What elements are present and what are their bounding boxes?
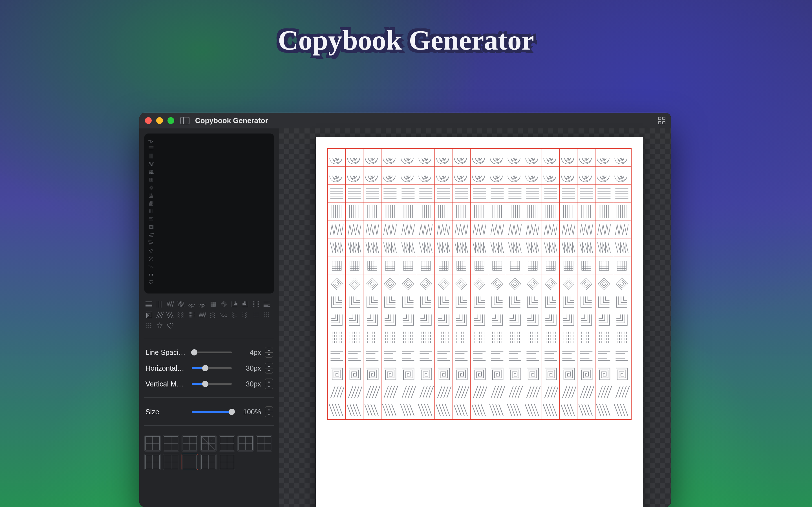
size-slider[interactable] (192, 411, 232, 413)
grid-style-0[interactable] (144, 435, 161, 452)
worksheet-cell (542, 329, 560, 347)
worksheet-cell (524, 149, 542, 167)
vertical_margin-stepper[interactable]: ▴▾ (265, 379, 273, 389)
palette-h-justify[interactable] (263, 300, 271, 308)
vertical_margin-slider[interactable] (192, 383, 232, 385)
palette-star[interactable] (156, 322, 163, 330)
grid-style-3[interactable] (200, 435, 216, 452)
mini-thumb-diag-stripes[interactable] (148, 232, 154, 238)
palette-zigzag-v[interactable] (177, 300, 185, 308)
apps-grid-icon[interactable] (658, 117, 665, 124)
worksheet-cell (613, 401, 631, 419)
palette-heart[interactable] (166, 322, 174, 330)
palette-zigzag[interactable] (199, 311, 206, 319)
line_spacing-slider[interactable] (192, 351, 232, 353)
worksheet-cell (577, 311, 595, 329)
mini-thumb-diamond[interactable] (148, 185, 154, 190)
palette-wave-alt[interactable] (209, 311, 217, 319)
minimize-button[interactable] (156, 117, 163, 124)
mini-thumb-zigzag-v[interactable] (148, 169, 154, 175)
palette-v-lines[interactable] (156, 300, 163, 308)
worksheet-cell (346, 149, 363, 167)
grid-style-10[interactable] (200, 454, 216, 470)
worksheet-cell (542, 347, 560, 365)
grid-style-9[interactable] (182, 454, 198, 470)
worksheet-cell (560, 347, 577, 365)
zoom-button[interactable] (167, 117, 174, 124)
worksheet-cell (435, 329, 453, 347)
palette-dots[interactable] (252, 311, 260, 319)
worksheet-cell (488, 347, 506, 365)
worksheet-cell (488, 185, 506, 203)
mini-thumb-l-corner-alt[interactable] (148, 201, 154, 206)
palette-waves[interactable] (231, 311, 239, 319)
worksheet-cell (382, 329, 399, 347)
worksheet-cell (488, 257, 506, 275)
grid-style-8[interactable] (163, 454, 179, 470)
palette-diag-stripes-alt[interactable] (166, 311, 174, 319)
grid-style-4[interactable] (219, 435, 235, 452)
palette-sq-spiral[interactable] (145, 311, 153, 319)
grid-style-7[interactable] (144, 454, 161, 470)
palette-double-wave[interactable] (220, 311, 228, 319)
mini-thumb-sq-spiral[interactable] (148, 224, 154, 230)
worksheet-cell (382, 203, 399, 221)
palette-spiral[interactable] (199, 300, 206, 308)
palette-diag-stripes[interactable] (156, 311, 163, 319)
grid-style-6[interactable] (256, 435, 272, 452)
mini-thumb-crosshatch[interactable] (148, 177, 154, 182)
palette-l-corner-alt[interactable] (241, 300, 249, 308)
worksheet-cell (382, 185, 399, 203)
palette-spiral[interactable] (188, 300, 196, 308)
worksheet-cell (363, 401, 381, 419)
mini-thumb-waves[interactable] (148, 248, 154, 253)
worksheet-cell (346, 167, 363, 185)
grid-style-5[interactable] (238, 435, 254, 452)
mini-thumb-wave-alt[interactable] (148, 256, 154, 262)
palette-h-lines[interactable] (145, 300, 153, 308)
worksheet-cell (542, 257, 560, 275)
palette-v-dash[interactable] (252, 300, 260, 308)
sidebar-toggle-icon[interactable] (181, 117, 190, 124)
canvas[interactable] (279, 128, 671, 507)
worksheet-cell (577, 203, 595, 221)
palette-waves[interactable] (177, 311, 185, 319)
worksheet-cell (524, 401, 542, 419)
worksheet-cell (470, 167, 488, 185)
mini-thumb-spiral[interactable] (148, 137, 154, 143)
mini-thumb-l-corner[interactable] (148, 193, 154, 198)
mini-thumb-h-justify[interactable] (148, 216, 154, 222)
horizontal_margin-stepper[interactable]: ▴▾ (265, 363, 273, 374)
mini-thumb-h-lines[interactable] (148, 145, 154, 151)
worksheet-row-l-corner-alt (327, 311, 631, 329)
palette-dots[interactable] (145, 322, 153, 330)
size-stepper[interactable]: ▴▾ (265, 406, 273, 417)
palette-crosshatch[interactable] (209, 300, 217, 308)
palette-v-dash[interactable] (188, 311, 196, 319)
grid-style-1[interactable] (163, 435, 179, 452)
grid-style-2[interactable] (182, 435, 198, 452)
palette-diamond[interactable] (220, 300, 228, 308)
mini-thumb-v-dash[interactable] (148, 209, 154, 214)
horizontal_margin-slider[interactable] (192, 367, 232, 369)
worksheet-cell (470, 257, 488, 275)
grid-style-11[interactable] (219, 454, 235, 470)
worksheet-cell (524, 257, 542, 275)
mini-thumb-zigzag[interactable] (148, 161, 154, 167)
mini-thumb-v-lines[interactable] (148, 153, 154, 159)
palette-dots[interactable] (263, 311, 271, 319)
mini-thumb-double-wave[interactable] (148, 264, 154, 269)
worksheet-row-diamond (327, 275, 631, 293)
worksheet-row-zigzag-v (327, 239, 631, 257)
worksheet-cell (399, 257, 417, 275)
worksheet-cell (363, 239, 381, 257)
preview-panel (144, 133, 274, 293)
mini-thumb-diag-stripes-alt[interactable] (148, 240, 154, 245)
palette-zigzag[interactable] (166, 300, 174, 308)
mini-thumb-dots[interactable] (148, 272, 154, 277)
palette-l-corner[interactable] (231, 300, 239, 308)
palette-waves[interactable] (241, 311, 249, 319)
line_spacing-stepper[interactable]: ▴▾ (265, 347, 273, 358)
mini-thumb-heart[interactable] (148, 279, 154, 285)
close-button[interactable] (145, 117, 152, 124)
